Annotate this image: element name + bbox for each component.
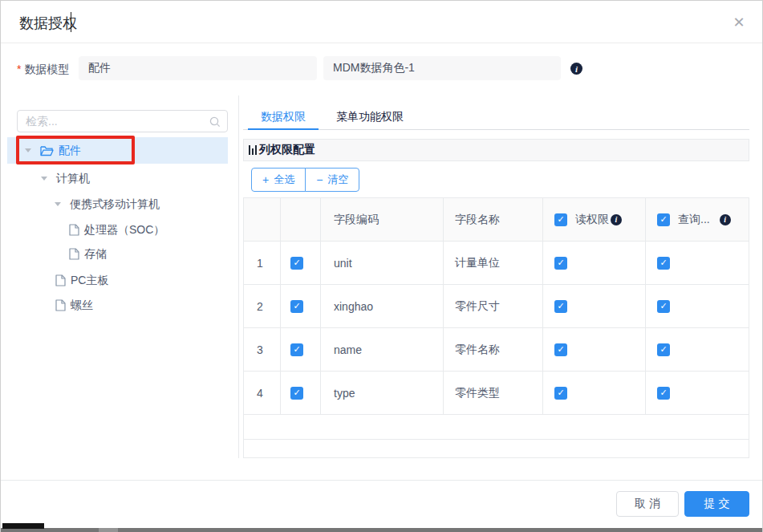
field-permission-table: 字段编码 字段名称 ✓ 读权限 i ✓ 查询... i 1 ✓ unit 计量单… [243, 197, 749, 458]
table-empty-row [244, 440, 749, 457]
close-icon[interactable]: ✕ [728, 11, 750, 34]
data-role-input[interactable] [323, 56, 561, 80]
header-field-name: 字段名称 [444, 198, 543, 241]
tree-node-luosi[interactable]: 螺丝 [7, 292, 228, 319]
header-read-permission: ✓ 读权限 i [543, 198, 646, 241]
table-row: 4 ✓ type 零件类型 ✓ ✓ [244, 372, 749, 415]
select-all-button[interactable]: +全选 [251, 168, 306, 192]
checkbox-checked[interactable]: ✓ [290, 257, 303, 270]
tree-node-label: PC主板 [71, 274, 108, 288]
field-name-cell: 计量单位 [444, 242, 543, 284]
checkbox-checked[interactable]: ✓ [290, 387, 303, 400]
table-row: 1 ✓ unit 计量单位 ✓ ✓ [244, 242, 749, 285]
tabs-bar: 数据权限 菜单功能权限 [243, 105, 749, 130]
row-index: 1 [244, 242, 281, 284]
header-query-permission: ✓ 查询... i [646, 198, 749, 241]
read-permission-label: 读权限 [575, 213, 609, 227]
column-permission-header: 列权限配置 [243, 139, 749, 161]
tree-node-label: 存储 [84, 247, 107, 262]
checkbox-checked[interactable]: ✓ [554, 343, 567, 356]
tree-node-label: 计算机 [56, 172, 90, 186]
tree-node-jisuanji[interactable]: 计算机 [7, 165, 228, 192]
tree-node-chuliqi[interactable]: 处理器（SOC） [7, 217, 228, 243]
data-model-label: *数据模型 [17, 63, 69, 77]
field-code-cell: unit [321, 242, 444, 284]
folder-icon [40, 145, 54, 156]
row-index: 4 [244, 372, 281, 414]
table-row: 2 ✓ xinghao 零件尺寸 ✓ ✓ [244, 285, 749, 328]
header-index-cell [244, 198, 281, 241]
caret-down-icon[interactable] [55, 202, 61, 206]
header-field-code: 字段编码 [321, 198, 444, 241]
caret-down-icon[interactable] [25, 148, 31, 152]
tree-node-label: 螺丝 [71, 298, 93, 313]
tree-node-pczhuban[interactable]: PC主板 [7, 267, 228, 294]
checkbox-checked[interactable]: ✓ [657, 387, 670, 400]
role-info-icon: i [570, 63, 582, 75]
checkbox-checked[interactable]: ✓ [554, 387, 567, 400]
required-asterisk: * [17, 63, 21, 75]
text-cursor [71, 12, 71, 32]
checkbox-checked[interactable]: ✓ [554, 213, 567, 226]
document-icon [69, 248, 79, 260]
tree-node-bianxieshi[interactable]: 便携式移动计算机 [7, 191, 228, 217]
background-page-fragment [2, 523, 44, 529]
table-row: 3 ✓ name 零件名称 ✓ ✓ [244, 328, 749, 372]
minus-icon: − [316, 173, 323, 186]
read-info-icon: i [611, 214, 622, 225]
select-all-label: 全选 [274, 173, 294, 187]
data-model-input[interactable] [79, 56, 317, 80]
panel-title: 列权限配置 [259, 143, 315, 157]
clear-label: 清空 [327, 173, 348, 187]
checkbox-checked[interactable]: ✓ [554, 300, 567, 313]
table-empty-row [244, 415, 749, 440]
query-permission-label: 查询... [678, 213, 710, 227]
field-name-cell: 零件名称 [444, 328, 543, 371]
field-code-cell: name [321, 328, 444, 371]
background-page-strip-light [99, 528, 118, 532]
tree-node-peijian[interactable]: 配件 [7, 137, 228, 164]
checkbox-checked[interactable]: ✓ [290, 300, 303, 313]
document-icon [55, 299, 66, 311]
submit-button[interactable]: 提 交 [684, 491, 749, 517]
checkbox-checked[interactable]: ✓ [554, 257, 567, 270]
row-index: 2 [244, 285, 281, 327]
query-info-icon: i [720, 214, 731, 225]
selection-button-group: +全选 −清空 [251, 168, 359, 192]
tree-node-label: 配件 [59, 144, 81, 158]
table-header-row: 字段编码 字段名称 ✓ 读权限 i ✓ 查询... i [244, 198, 749, 242]
field-name-cell: 零件类型 [444, 372, 543, 414]
tree-node-cunchu[interactable]: 存储 [7, 241, 228, 267]
clear-button[interactable]: −清空 [305, 168, 359, 192]
data-model-label-text: 数据模型 [24, 63, 69, 75]
search-icon [209, 116, 221, 131]
row-index: 3 [244, 328, 281, 371]
panel-divider [238, 95, 239, 458]
tree-node-label: 便携式移动计算机 [70, 197, 160, 212]
checkbox-checked[interactable]: ✓ [657, 213, 670, 226]
checkbox-checked[interactable]: ✓ [657, 257, 670, 270]
plus-icon: + [262, 173, 269, 186]
search-input[interactable] [18, 111, 227, 132]
checkbox-checked[interactable]: ✓ [657, 300, 670, 313]
header-divider [1, 43, 762, 43]
tab-data-permission[interactable]: 数据权限 [248, 105, 319, 129]
cancel-button[interactable]: 取 消 [616, 491, 679, 517]
header-select-cell [281, 198, 321, 241]
data-authorization-dialog: 数据授权 ✕ *数据模型 i 配件 计算机 便携式移动计算机 处理器（SOC） [0, 0, 763, 532]
field-code-cell: xinghao [321, 285, 444, 327]
tab-menu-permission[interactable]: 菜单功能权限 [323, 105, 416, 129]
tree-node-label: 处理器（SOC） [84, 223, 164, 238]
footer-divider [1, 480, 762, 481]
caret-down-icon[interactable] [41, 177, 47, 181]
tree-search-box [17, 110, 228, 132]
dialog-title: 数据授权 [19, 14, 77, 33]
document-icon [55, 274, 66, 286]
columns-icon [249, 145, 257, 155]
checkbox-checked[interactable]: ✓ [290, 343, 303, 356]
document-icon [69, 224, 79, 236]
field-name-cell: 零件尺寸 [444, 285, 543, 327]
field-code-cell: type [321, 372, 444, 414]
checkbox-checked[interactable]: ✓ [657, 343, 670, 356]
